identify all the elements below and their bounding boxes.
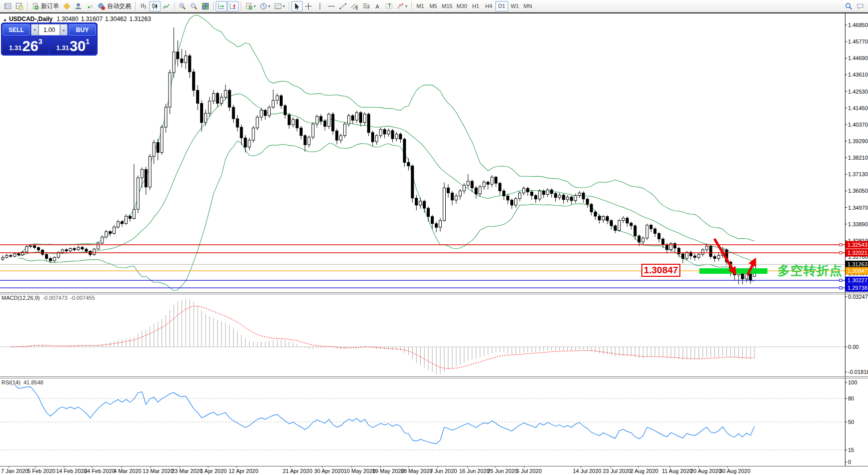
chart-shift-button[interactable] (227, 1, 239, 12)
timeframe-h4-button[interactable]: H4 (482, 1, 495, 12)
svg-text:20 Aug 2020: 20 Aug 2020 (690, 468, 721, 474)
svg-text:16 Jun 2020: 16 Jun 2020 (459, 468, 490, 474)
text-button[interactable]: A (372, 1, 383, 12)
collapse-icon[interactable]: ▲ (3, 18, 7, 22)
pivot-price-annotation[interactable]: 1.30847 (641, 264, 680, 277)
svg-text:1.30227: 1.30227 (847, 277, 867, 283)
sell-price-prefix: 1.31 (9, 44, 22, 52)
timeframe-m15-button[interactable]: M15 (440, 1, 454, 12)
svg-text:1.42530: 1.42530 (848, 89, 868, 95)
svg-text:1.32021: 1.32021 (847, 250, 867, 256)
arrows-button[interactable]: ▾ (395, 1, 409, 12)
sell-button[interactable]: SELL (3, 24, 30, 36)
vertical-line-icon (316, 3, 324, 10)
svg-text:13 Mar 2020: 13 Mar 2020 (143, 468, 174, 474)
volume-increase-button[interactable]: ▴ (60, 24, 68, 36)
svg-text:1.44690: 1.44690 (848, 55, 868, 61)
svg-text:11 Aug 2020: 11 Aug 2020 (662, 468, 692, 474)
svg-text:7 Jun 2020: 7 Jun 2020 (430, 468, 457, 474)
autotrading-button[interactable]: 自动交易 (96, 1, 133, 12)
templates-icon (274, 3, 282, 10)
toolbar-separator (135, 2, 136, 11)
rsi-value: 41.8548 (24, 379, 44, 385)
caret-down-icon: ▾ (283, 4, 285, 9)
zoom-in-button[interactable] (177, 1, 188, 12)
experts-button[interactable] (73, 1, 84, 12)
experts-icon (75, 3, 82, 10)
candlestick-button[interactable] (149, 1, 161, 12)
timeframe-m1-button[interactable]: M1 (414, 1, 427, 12)
tile-windows-button[interactable] (200, 1, 211, 12)
buy-price-pip: 1 (86, 38, 90, 46)
channel-button[interactable]: E (349, 1, 360, 12)
low-value: 1.30462 (105, 16, 127, 23)
toolbar-separator (213, 2, 214, 11)
volume-stepper: ▾ 1.00 ▴ (31, 24, 68, 36)
market-watch-button[interactable] (2, 1, 14, 12)
buy-price-display[interactable]: 1.31301 (50, 37, 97, 54)
cursor-icon (293, 3, 301, 10)
sell-price-pip: 3 (39, 38, 43, 46)
caret-down-icon: ▾ (268, 4, 270, 9)
search-button[interactable] (843, 1, 854, 12)
auto-scroll-button[interactable] (216, 1, 227, 12)
metaeditor-icon (63, 3, 71, 10)
templates-button[interactable]: ▾ (272, 1, 287, 12)
bar-chart-icon (140, 3, 147, 10)
timeframe-w1-button[interactable]: W1 (508, 1, 521, 12)
svg-text:1.38210: 1.38210 (848, 155, 868, 161)
svg-text:1.41450: 1.41450 (848, 105, 868, 111)
bar-chart-button[interactable] (138, 1, 149, 12)
zoom-out-button[interactable] (188, 1, 200, 12)
macd-main-value: -0.007473 (43, 295, 68, 301)
buy-price-prefix: 1.31 (57, 44, 69, 52)
timeframe-h1-button[interactable]: H1 (469, 1, 482, 12)
sell-price-display[interactable]: 1.31263 (3, 37, 49, 54)
signals-button[interactable] (84, 1, 96, 12)
timeframe-m30-button[interactable]: M30 (454, 1, 469, 12)
timeframe-d1-button[interactable]: D1 (495, 1, 508, 12)
buy-button[interactable]: BUY (69, 24, 96, 36)
svg-text:4 Mar 2020: 4 Mar 2020 (114, 468, 142, 474)
new-order-icon (32, 3, 39, 10)
fibonacci-button[interactable]: F (360, 1, 372, 12)
chat-icon (856, 3, 864, 10)
new-order-button[interactable]: 新订单 (30, 1, 61, 12)
svg-text:0.00: 0.00 (848, 344, 858, 350)
horizontal-line-button[interactable] (326, 1, 337, 12)
tile-windows-icon (202, 3, 209, 10)
volume-decrease-button[interactable]: ▾ (31, 24, 39, 36)
toolbar-separator (411, 2, 412, 11)
candlestick-icon (151, 3, 159, 10)
svg-text:0: 0 (848, 459, 851, 465)
text-label-button[interactable]: T (383, 1, 395, 12)
autotrading-icon (98, 3, 105, 10)
svg-text:12 Apr 2020: 12 Apr 2020 (229, 468, 258, 474)
svg-text:7 Jan 2020: 7 Jan 2020 (1, 468, 28, 474)
svg-text:1.32543: 1.32543 (847, 242, 867, 248)
close-value: 1.31263 (129, 16, 151, 23)
cursor-button[interactable] (291, 1, 303, 12)
periods-button[interactable]: ▾ (258, 1, 272, 12)
timeframe-mn-button[interactable]: MN (521, 1, 534, 12)
volume-input[interactable]: 1.00 (39, 24, 60, 36)
svg-text:1.33890: 1.33890 (848, 221, 868, 227)
metaeditor-button[interactable] (61, 1, 73, 12)
data-window-button[interactable] (14, 1, 25, 12)
chart-canvas[interactable]: 1.468501.457701.446901.436101.425301.414… (0, 0, 868, 475)
timeframe-m5-button[interactable]: M5 (427, 1, 440, 12)
chat-button[interactable] (854, 1, 866, 12)
trendline-button[interactable] (337, 1, 349, 12)
turning-point-annotation[interactable]: 多空转折点 (777, 264, 842, 277)
toolbar-separator (241, 2, 241, 11)
new-order-label: 新订单 (41, 2, 59, 11)
svg-text:F: F (367, 5, 370, 10)
svg-text:30 Aug 2020: 30 Aug 2020 (719, 468, 750, 474)
toolbar-separator (27, 2, 28, 11)
line-chart-button[interactable] (161, 1, 172, 12)
svg-text:0.032478: 0.032478 (848, 294, 868, 300)
svg-text:1.43610: 1.43610 (848, 72, 868, 78)
indicators-button[interactable]: ▾ (243, 1, 258, 12)
crosshair-button[interactable] (303, 1, 314, 12)
vertical-line-button[interactable] (314, 1, 326, 12)
